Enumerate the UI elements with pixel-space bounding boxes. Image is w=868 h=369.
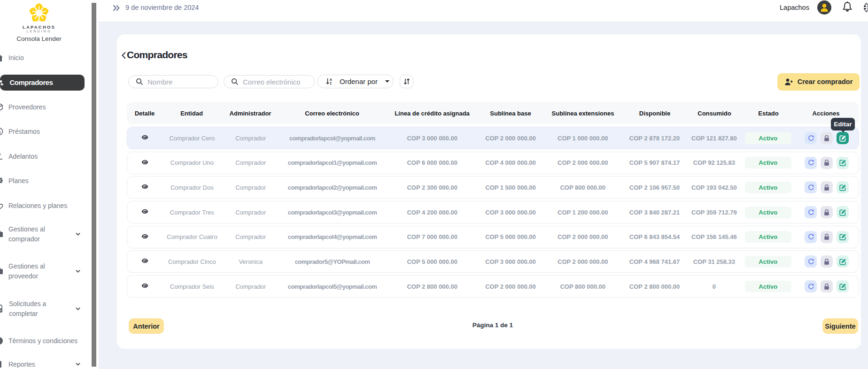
svg-text:A: A <box>330 78 332 81</box>
svg-text:Z: Z <box>330 82 332 85</box>
